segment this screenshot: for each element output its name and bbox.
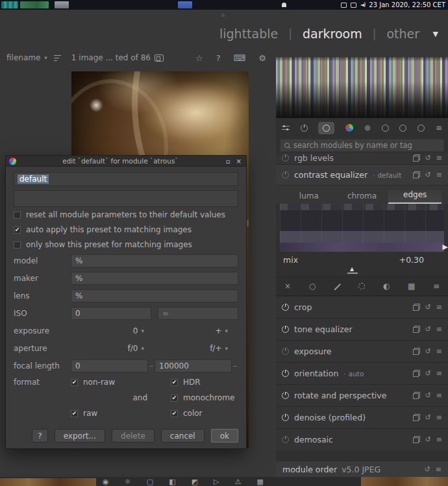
reset-parameters-checkbox[interactable] — [14, 212, 21, 219]
presets-menu-icon[interactable]: ≡ — [436, 465, 442, 474]
ok-button[interactable]: ok — [211, 429, 238, 443]
focus-peaking-icon[interactable]: ▢ — [147, 478, 153, 486]
spin-handle-icon[interactable]: ‒ — [232, 362, 238, 369]
module-row-tone-equalizer[interactable]: tone equalizer ↺ ≡ — [276, 318, 448, 340]
right-panel-expander-icon[interactable]: ▶ — [443, 243, 448, 251]
tab-chroma[interactable]: chroma — [336, 191, 389, 204]
module-order-row[interactable]: module order v5.0 JPEG ↺ ≡ — [276, 461, 448, 478]
power-icon[interactable] — [282, 154, 289, 162]
softproof-icon[interactable]: ▷ — [214, 478, 219, 486]
reset-icon[interactable]: ↺ — [425, 325, 431, 334]
top-panel-collapse-icon[interactable]: ▲ — [221, 11, 225, 18]
aperture-max-combobox[interactable]: f/+ ▾ — [155, 344, 238, 353]
second-window-icon[interactable]: ◧ — [169, 478, 175, 486]
multi-instance-icon[interactable] — [413, 348, 420, 355]
active-modules-group-icon[interactable] — [301, 125, 308, 132]
cancel-button[interactable]: cancel — [161, 429, 205, 443]
star-rating-icon[interactable]: ☆ — [195, 53, 203, 63]
close-icon[interactable]: × — [235, 158, 243, 165]
multi-instance-icon[interactable] — [413, 392, 420, 399]
presets-menu-icon[interactable]: ≡ — [436, 154, 442, 162]
presets-menu-icon[interactable]: ≡ — [436, 435, 442, 444]
guides-overlay-icon[interactable]: ▦ — [257, 478, 264, 486]
raw-overexposed-icon[interactable]: ◉ — [103, 478, 109, 486]
power-icon[interactable] — [282, 370, 289, 377]
histogram-scope[interactable] — [276, 57, 448, 118]
quick-access-sliders-icon[interactable] — [282, 125, 290, 131]
spin-handle-icon[interactable]: ‒ — [148, 362, 155, 369]
mix-slider[interactable]: mix +0.30 — [276, 252, 448, 267]
module-row-denoise-profiled[interactable]: denoise (profiled) ↺ ≡ — [276, 406, 448, 428]
reset-icon[interactable]: ↺ — [425, 465, 430, 474]
filmstrip-thumbnail[interactable] — [0, 478, 96, 486]
presets-menu-icon[interactable]: ≡ — [436, 303, 442, 311]
sort-field-label[interactable]: filename — [6, 53, 40, 62]
multi-instance-icon[interactable] — [413, 414, 420, 421]
taskbar-window-chip[interactable] — [178, 1, 192, 8]
notification-bell-icon[interactable] — [282, 3, 286, 7]
power-icon[interactable] — [282, 414, 289, 421]
presets-menu-icon[interactable]: ≡ — [436, 413, 442, 422]
window-menu-icon[interactable] — [9, 158, 16, 165]
dialog-titlebar[interactable]: edit `default` for module `atrous` ▫ × — [6, 156, 246, 167]
collection-icon[interactable] — [155, 55, 164, 62]
power-icon[interactable] — [282, 326, 289, 333]
maximize-icon[interactable]: ▫ — [225, 158, 232, 165]
multi-instance-icon[interactable] — [413, 154, 420, 162]
view-darkroom[interactable]: darkroom — [303, 27, 362, 41]
correct-group-icon[interactable]: ⊛ — [364, 123, 371, 132]
parametric-mask-icon[interactable] — [358, 283, 365, 289]
iso-max-input[interactable]: ∞ — [158, 307, 238, 320]
view-other[interactable]: other — [386, 27, 419, 41]
focal-max-input[interactable]: 100000 — [155, 359, 232, 372]
filmstrip-thumbnail[interactable] — [361, 477, 448, 486]
taskbar-window-chip[interactable] — [1, 1, 18, 8]
slider-handle-icon[interactable]: ▲ — [350, 266, 354, 272]
chevron-down-icon[interactable]: ▾ — [44, 55, 47, 61]
speaker-icon[interactable]: ◄) — [360, 2, 365, 8]
equalizer-curve-graph[interactable] — [280, 204, 444, 252]
iso-min-input[interactable]: 0 — [71, 307, 151, 320]
drawn-parametric-mask-icon[interactable]: ◐ — [383, 282, 390, 291]
reset-icon[interactable]: ↺ — [425, 347, 431, 356]
tab-edges[interactable]: edges — [388, 190, 442, 204]
blend-menu-icon[interactable]: ≡ — [433, 282, 440, 291]
reset-icon[interactable]: ↺ — [425, 303, 431, 311]
delete-button[interactable]: delete — [112, 429, 155, 443]
raster-mask-icon[interactable]: ▦ — [408, 282, 415, 291]
clipping-warning-icon[interactable]: ◩ — [192, 478, 198, 486]
module-row-contrast-equalizer[interactable]: contrast equalizer · default ↺ ≡ — [276, 165, 448, 186]
multi-instance-icon[interactable] — [413, 436, 420, 443]
tone-group-icon[interactable] — [382, 125, 389, 132]
technical-group-icon[interactable] — [417, 125, 425, 132]
presets-menu-icon[interactable]: ≡ — [436, 325, 442, 334]
presets-menu-icon[interactable]: ≡ — [436, 369, 442, 378]
view-lighttable[interactable]: lighttable — [219, 27, 278, 41]
non-raw-checkbox[interactable]: ✔ — [71, 379, 78, 386]
gamut-check-icon[interactable]: ⚠ — [235, 478, 242, 486]
color-group-icon[interactable] — [345, 124, 353, 132]
reset-icon[interactable]: ↺ — [425, 154, 431, 162]
tray-icon[interactable] — [351, 3, 356, 8]
export-button[interactable]: export... — [55, 429, 105, 443]
help-icon[interactable]: ? — [216, 53, 221, 63]
multi-instance-icon[interactable] — [413, 304, 420, 311]
mix-slider-track[interactable]: ▲ — [276, 267, 448, 276]
power-icon[interactable] — [282, 171, 289, 178]
tab-luma[interactable]: luma — [282, 191, 336, 204]
selected-module-group[interactable] — [318, 122, 334, 134]
module-row-crop[interactable]: crop ↺ ≡ — [276, 296, 448, 318]
color-checkbox[interactable]: ✔ — [171, 410, 178, 417]
power-icon[interactable] — [282, 304, 289, 311]
presets-menu-icon[interactable]: ≡ — [436, 171, 442, 179]
shortcuts-keyboard-icon[interactable]: ⌨ — [234, 53, 246, 63]
presets-menu-icon[interactable]: ≡ — [436, 391, 442, 400]
blend-off-icon[interactable]: × — [284, 282, 291, 291]
help-button[interactable]: ? — [32, 429, 47, 443]
exposure-max-combobox[interactable]: + ▾ — [155, 326, 238, 335]
exposure-min-combobox[interactable]: 0 ▾ — [71, 326, 155, 335]
multi-instance-icon[interactable] — [413, 171, 420, 178]
preset-description-input[interactable] — [14, 190, 238, 207]
monochrome-checkbox[interactable]: ✔ — [171, 395, 178, 402]
model-input[interactable]: % — [71, 254, 238, 267]
